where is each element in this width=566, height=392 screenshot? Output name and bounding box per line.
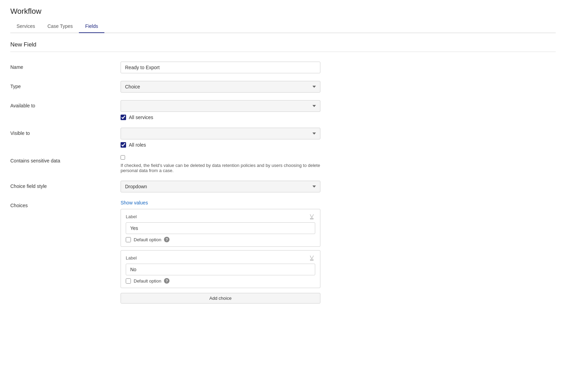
- type-control: Choice Text Number Date Boolean: [121, 81, 320, 93]
- remove-choice-2-button[interactable]: ⩣: [309, 255, 315, 261]
- choice-1-default-label[interactable]: Default option: [134, 237, 161, 242]
- section-title: New Field: [10, 41, 556, 52]
- tabs-nav: Services Case Types Fields: [10, 20, 556, 33]
- available-to-row: Available to All services: [10, 100, 556, 120]
- choice-1-default-row: Default option ?: [126, 237, 315, 242]
- choice-1-default-checkbox[interactable]: [126, 237, 131, 242]
- sensitive-label: Contains sensitive data: [10, 155, 121, 163]
- choice-1-label-text: Label: [126, 214, 137, 219]
- choice-style-label: Choice field style: [10, 181, 121, 189]
- choices-row: Choices Show values Label ⩣ Default opti…: [10, 200, 556, 304]
- choice-2-default-label[interactable]: Default option: [134, 278, 161, 284]
- sensitive-help-text: If checked, the field's value can be del…: [121, 163, 320, 173]
- available-to-label: Available to: [10, 100, 121, 108]
- choice-style-row: Choice field style Dropdown Radio button…: [10, 181, 556, 192]
- available-to-control: All services: [121, 100, 320, 120]
- available-to-select[interactable]: [121, 100, 320, 112]
- choice-2-input[interactable]: [126, 264, 315, 275]
- all-roles-label[interactable]: All roles: [129, 142, 146, 148]
- visible-to-control: All roles: [121, 128, 320, 148]
- choices-label: Choices: [10, 200, 121, 208]
- type-select[interactable]: Choice Text Number Date Boolean: [121, 81, 320, 93]
- tab-fields[interactable]: Fields: [79, 20, 104, 33]
- sensitive-control: If checked, the field's value can be del…: [121, 155, 320, 173]
- choice-2-help-icon[interactable]: ?: [164, 278, 169, 284]
- type-row: Type Choice Text Number Date Boolean: [10, 81, 556, 93]
- choices-control: Show values Label ⩣ Default option ? Lab…: [121, 200, 320, 304]
- name-row: Name: [10, 62, 556, 73]
- remove-choice-1-button[interactable]: ⩣: [309, 213, 315, 220]
- choice-2-label-text: Label: [126, 255, 137, 261]
- type-label: Type: [10, 81, 121, 89]
- choice-2-default-checkbox[interactable]: [126, 278, 131, 284]
- choice-2-default-row: Default option ?: [126, 278, 315, 284]
- choice-1-header: Label ⩣: [126, 213, 315, 220]
- tab-case-types[interactable]: Case Types: [41, 20, 79, 33]
- app-title: Workflow: [10, 7, 556, 16]
- all-services-checkbox[interactable]: [121, 115, 126, 120]
- choice-1-help-icon[interactable]: ?: [164, 237, 169, 242]
- choice-card-2: Label ⩣ Default option ?: [121, 250, 320, 288]
- choice-2-header: Label ⩣: [126, 255, 315, 261]
- all-services-row: All services: [121, 115, 320, 120]
- all-roles-checkbox[interactable]: [121, 142, 126, 148]
- name-label: Name: [10, 62, 121, 70]
- all-services-label[interactable]: All services: [129, 115, 153, 120]
- visible-to-select[interactable]: [121, 128, 320, 139]
- choice-style-select[interactable]: Dropdown Radio buttons: [121, 181, 320, 192]
- show-values-link[interactable]: Show values: [121, 200, 320, 205]
- sensitive-checkbox[interactable]: [121, 155, 125, 160]
- name-input[interactable]: [121, 62, 320, 73]
- choice-1-input[interactable]: [126, 222, 315, 234]
- all-roles-row: All roles: [121, 142, 320, 148]
- add-choice-button[interactable]: Add choice: [121, 293, 320, 304]
- sensitive-row: Contains sensitive data If checked, the …: [10, 155, 556, 173]
- tab-services[interactable]: Services: [10, 20, 41, 33]
- visible-to-label: Visible to: [10, 128, 121, 136]
- choice-card-1: Label ⩣ Default option ?: [121, 209, 320, 247]
- choice-style-control: Dropdown Radio buttons: [121, 181, 320, 192]
- name-control: [121, 62, 320, 73]
- visible-to-row: Visible to All roles: [10, 128, 556, 148]
